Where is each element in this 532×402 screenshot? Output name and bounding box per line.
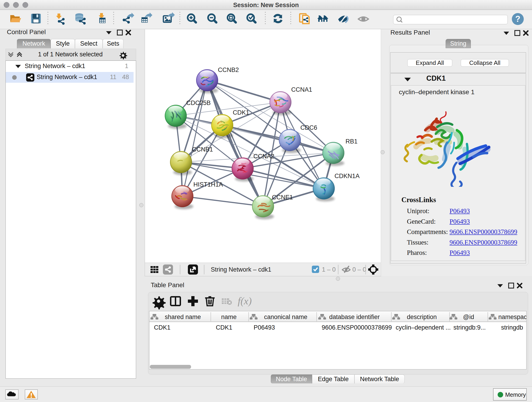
svg-text:shared name: shared name (165, 313, 201, 320)
svg-text:name: name (221, 313, 237, 320)
svg-text:CCNA2: CCNA2 (253, 153, 274, 160)
svg-text:CDK1: CDK1 (233, 109, 249, 116)
svg-text:P06493: P06493 (254, 324, 275, 331)
svg-text:namespace: namespace (498, 313, 526, 320)
svg-text:RB1: RB1 (346, 138, 358, 145)
svg-text:CCNB2: CCNB2 (218, 66, 239, 73)
svg-text:CDK1: CDK1 (154, 324, 171, 331)
svg-text:CCNB1: CCNB1 (192, 146, 213, 153)
svg-text:HIST1H1A: HIST1H1A (193, 181, 223, 188)
svg-text:canonical name: canonical name (264, 313, 307, 320)
svg-text:0 – 0: 0 – 0 (352, 266, 366, 273)
svg-text:database identifier: database identifier (329, 313, 380, 320)
svg-text:stringdb: stringdb (501, 324, 523, 331)
svg-text:CDKN1A: CDKN1A (335, 172, 360, 179)
svg-text:CDK1: CDK1 (216, 324, 232, 331)
svg-text:?: ? (515, 14, 520, 24)
svg-text:f(x): f(x) (238, 295, 252, 307)
svg-text:CCNA1: CCNA1 (291, 86, 312, 93)
svg-text:cyclin–dependent ...: cyclin–dependent ... (396, 324, 451, 331)
svg-text:CDC6: CDC6 (300, 124, 317, 131)
svg-text:String Network – cdk1: String Network – cdk1 (211, 266, 271, 273)
svg-text:stringdb:9...: stringdb:9... (453, 324, 486, 331)
svg-text:CDC25B: CDC25B (186, 99, 211, 106)
svg-text:1 – 0: 1 – 0 (322, 266, 336, 273)
svg-text:@id: @id (463, 313, 474, 320)
svg-text:description: description (407, 313, 437, 320)
svg-text:9606.ENSP00000378699: 9606.ENSP00000378699 (322, 324, 392, 331)
svg-text:CCNE1: CCNE1 (272, 194, 293, 201)
